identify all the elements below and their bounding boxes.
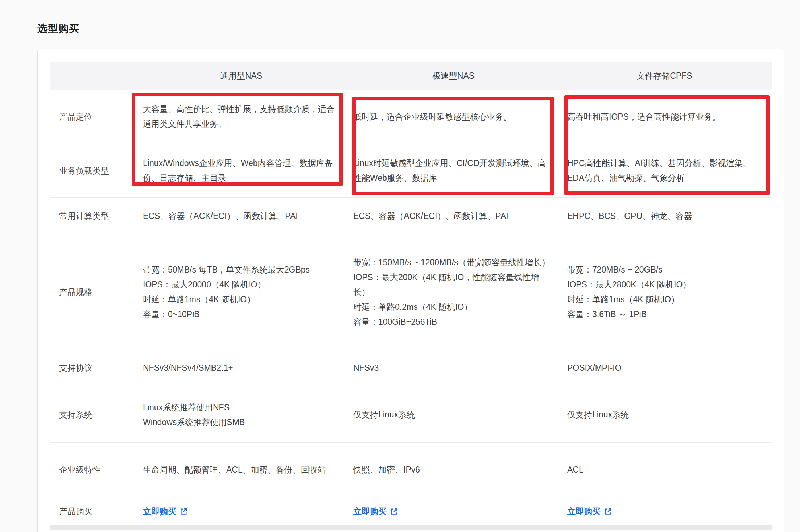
cell-os-extreme: 仅支持Linux系统 xyxy=(353,407,553,422)
cell-workload-extreme: Linux时延敏感型企业应用、CI/CD开发测试环境、高性能Web服务、数据库 xyxy=(353,156,553,186)
cell-workload-general: Linux/Windows企业应用、Web内容管理、数据库备份、日志存储、主目录 xyxy=(143,156,339,186)
buy-now-label: 立即购买 xyxy=(143,504,176,519)
next-section-header-strip xyxy=(50,525,772,530)
cell-features-extreme: 快照、加密、IPv6 xyxy=(353,462,553,477)
column-header-general-nas: 通用型NAS xyxy=(140,68,350,83)
external-link-icon xyxy=(604,507,612,516)
external-link-icon xyxy=(180,507,188,516)
cell-protocol-cpfs: POSIX/MPI-IO xyxy=(567,361,762,375)
row-protocols: 支持协议 NFSv3/NFSv4/SMB2.1+ NFSv3 POSIX/MPI… xyxy=(50,349,772,387)
cell-protocol-extreme: NFSv3 xyxy=(353,361,553,375)
column-header-extreme-nas: 极速型NAS xyxy=(350,68,564,83)
row-label: 常用计算类型 xyxy=(50,209,140,224)
row-os-support: 支持系统 Linux系统推荐使用NFS Windows系统推荐使用SMB 仅支持… xyxy=(50,387,772,443)
row-compute-types: 常用计算类型 ECS、容器（ACK/ECI）、函数计算、PAI ECS、容器（A… xyxy=(50,198,772,235)
row-label: 支持协议 xyxy=(50,361,140,375)
cell-compute-extreme: ECS、容器（ACK/ECI）、函数计算、PAI xyxy=(353,209,553,224)
row-product-specs: 产品规格 带宽：50MB/s 每TB，单文件系统最大2GBps IOPS：最大2… xyxy=(50,235,772,349)
cell-features-general: 生命周期、配额管理、ACL、加密、备份、回收站 xyxy=(143,462,339,477)
cell-positioning-general: 大容量、高性价比、弹性扩展，支持低频介质，适合通用类文件共享业务。 xyxy=(143,102,339,132)
product-comparison-table: 通用型NAS 极速型NAS 文件存储CPFS 产品定位 大容量、高性价比、弹性扩… xyxy=(50,62,772,525)
buy-now-link-extreme-nas[interactable]: 立即购买 xyxy=(353,504,398,519)
column-header-cpfs: 文件存储CPFS xyxy=(564,68,772,83)
cell-specs-extreme: 带宽：150MB/s ~ 1200MB/s（带宽随容量线性增长） IOPS：最大… xyxy=(353,255,553,329)
cell-specs-cpfs: 带宽：720MB/s ~ 20GB/s IOPS：最大2800K（4K 随机IO… xyxy=(567,262,762,322)
cell-protocol-general: NFSv3/NFSv4/SMB2.1+ xyxy=(143,361,339,375)
row-label: 产品规格 xyxy=(50,285,140,300)
cell-compute-general: ECS、容器（ACK/ECI）、函数计算、PAI xyxy=(143,209,339,224)
row-workload-types: 业务负载类型 Linux/Windows企业应用、Web内容管理、数据库备份、日… xyxy=(50,144,772,198)
row-label: 企业级特性 xyxy=(50,462,140,477)
table-header-row: 通用型NAS 极速型NAS 文件存储CPFS xyxy=(50,62,772,90)
buy-now-link-general-nas[interactable]: 立即购买 xyxy=(143,504,188,519)
cell-positioning-extreme: 低时延，适合企业级时延敏感型核心业务。 xyxy=(353,109,553,124)
row-label: 产品定位 xyxy=(50,109,140,124)
row-product-positioning: 产品定位 大容量、高性价比、弹性扩展，支持低频介质，适合通用类文件共享业务。 低… xyxy=(50,90,772,144)
cell-specs-general: 带宽：50MB/s 每TB，单文件系统最大2GBps IOPS：最大20000（… xyxy=(143,262,339,322)
cell-compute-cpfs: EHPC、BCS、GPU、神龙、容器 xyxy=(567,209,762,224)
row-label: 支持系统 xyxy=(50,407,140,422)
cell-features-cpfs: ACL xyxy=(567,462,762,477)
buy-now-label: 立即购买 xyxy=(567,504,601,519)
external-link-icon xyxy=(390,507,398,516)
buy-now-link-cpfs[interactable]: 立即购买 xyxy=(567,504,612,519)
cell-workload-cpfs: HPC高性能计算、AI训练、基因分析、影视渲染、EDA仿真、油气勘探、气象分析 xyxy=(567,156,762,186)
row-enterprise-features: 企业级特性 生命周期、配额管理、ACL、加密、备份、回收站 快照、加密、IPv6… xyxy=(50,443,772,497)
cell-os-cpfs: 仅支持Linux系统 xyxy=(567,407,762,422)
row-label: 业务负载类型 xyxy=(50,163,140,178)
cell-os-general: Linux系统推荐使用NFS Windows系统推荐使用SMB xyxy=(143,400,339,430)
row-label: 产品购买 xyxy=(50,504,140,519)
comparison-card: 通用型NAS 极速型NAS 文件存储CPFS 产品定位 大容量、高性价比、弹性扩… xyxy=(37,49,784,532)
page-title: 选型购买 xyxy=(37,22,79,36)
buy-now-label: 立即购买 xyxy=(353,504,387,519)
row-purchase: 产品购买 立即购买 立即购买 立即购买 xyxy=(50,497,772,525)
cell-positioning-cpfs: 高吞吐和高IOPS，适合高性能计算业务。 xyxy=(567,109,762,124)
